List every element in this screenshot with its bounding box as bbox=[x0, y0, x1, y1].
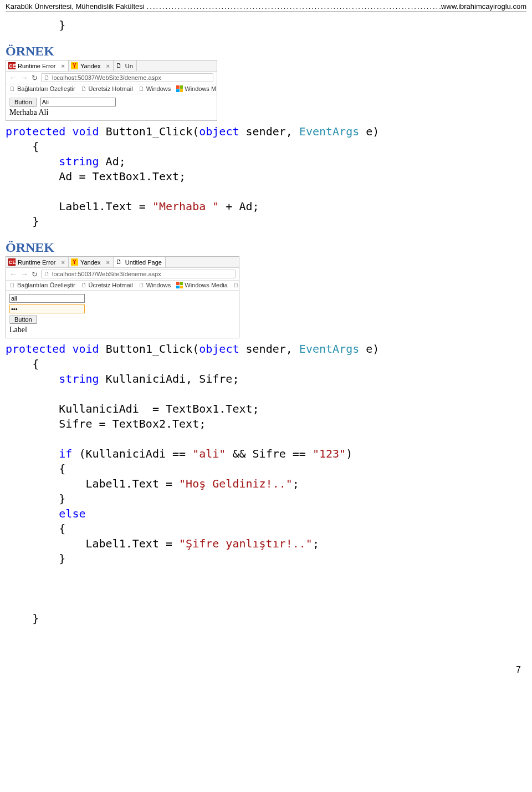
bookmark-item[interactable]: 🗋Bağlantıları Özelleştir bbox=[9, 85, 75, 92]
tab-label: Untitled Page bbox=[125, 259, 162, 266]
bookmark-item[interactable]: 🗋Ücretsiz Hotmail bbox=[81, 282, 133, 288]
yandex-icon: Y bbox=[71, 62, 78, 69]
url-text: localhost:50037/WebSite3/deneme.aspx bbox=[52, 271, 161, 277]
submit-button[interactable]: Button bbox=[9, 98, 37, 106]
tab-yandex[interactable]: Y Yandex × bbox=[69, 60, 114, 71]
page-content: Button Label bbox=[6, 291, 239, 338]
page-content: Button Merhaba Ali bbox=[6, 94, 217, 120]
username-input[interactable] bbox=[9, 294, 85, 303]
error-icon: CE bbox=[8, 258, 16, 266]
close-icon[interactable]: × bbox=[61, 259, 64, 266]
page-number: 7 bbox=[0, 632, 532, 681]
password-input[interactable] bbox=[9, 304, 85, 313]
bookmark-bar: 🗋Bağlantıları Özelleştir 🗋Ücretsiz Hotma… bbox=[6, 84, 217, 94]
page-icon: 🗋 bbox=[233, 282, 239, 288]
windows-icon bbox=[176, 282, 183, 288]
tab-label: Runtime Error bbox=[18, 259, 55, 266]
submit-button[interactable]: Button bbox=[9, 315, 37, 324]
error-icon: CE bbox=[8, 62, 16, 69]
forward-icon[interactable]: → bbox=[21, 270, 28, 278]
page-icon: 🗋 bbox=[44, 74, 50, 81]
bookmark-item[interactable]: 🗋Ücretsiz Hotmail bbox=[81, 85, 133, 92]
page-icon: 🗋 bbox=[139, 85, 145, 92]
output-label: Merhaba Ali bbox=[9, 108, 213, 117]
code-block-2: protected void Button1_Click(object send… bbox=[6, 342, 526, 626]
tab-label: Runtime Error bbox=[18, 63, 55, 69]
bookmark-item[interactable]: 🗋Windows bbox=[139, 282, 171, 288]
bookmark-item[interactable]: Windows Media bbox=[176, 282, 228, 288]
browser-screenshot-1: CE Runtime Error × Y Yandex × 🗋 Un ← → ↻… bbox=[6, 60, 217, 121]
tab-untitled-page[interactable]: 🗋 Untitled Page bbox=[114, 257, 166, 267]
address-bar-row: ← → ↻ 🗋 localhost:50037/WebSite3/deneme.… bbox=[6, 72, 217, 84]
page-header: Karabük Üniversitesi, Mühendislik Fakült… bbox=[0, 0, 532, 12]
windows-icon bbox=[176, 85, 183, 92]
tab-label: Yandex bbox=[80, 259, 101, 266]
page-icon: 🗋 bbox=[81, 85, 87, 92]
address-bar-row: ← → ↻ 🗋 localhost:50037/WebSite3/deneme.… bbox=[6, 268, 239, 281]
example-heading-1: ÖRNEK bbox=[6, 44, 526, 59]
bookmark-item[interactable]: Windows M bbox=[176, 85, 216, 92]
tab-yandex[interactable]: Y Yandex × bbox=[69, 257, 114, 267]
code-block-1: protected void Button1_Click(object send… bbox=[6, 124, 526, 229]
header-left: Karabük Üniversitesi, Mühendislik Fakült… bbox=[6, 2, 145, 11]
forward-icon[interactable]: → bbox=[21, 73, 28, 82]
bookmark-item[interactable]: 🗋 bbox=[233, 282, 239, 288]
close-icon[interactable]: × bbox=[106, 259, 109, 266]
tab-runtime-error[interactable]: CE Runtime Error × bbox=[6, 60, 69, 71]
example-heading-2: ÖRNEK bbox=[6, 240, 526, 255]
tab-strip: CE Runtime Error × Y Yandex × 🗋 Un bbox=[6, 60, 217, 72]
reload-icon[interactable]: ↻ bbox=[32, 74, 38, 82]
page-icon: 🗋 bbox=[9, 85, 16, 92]
back-icon[interactable]: ← bbox=[9, 270, 17, 278]
output-label: Label bbox=[9, 326, 236, 334]
browser-screenshot-2: CE Runtime Error × Y Yandex × 🗋 Untitled… bbox=[6, 256, 239, 338]
tab-label: Yandex bbox=[80, 63, 101, 69]
tab-runtime-error[interactable]: CE Runtime Error × bbox=[6, 257, 69, 267]
header-right: www.ibrahimcayiroglu.com bbox=[441, 2, 526, 11]
reload-icon[interactable]: ↻ bbox=[32, 270, 38, 278]
tab-strip: CE Runtime Error × Y Yandex × 🗋 Untitled… bbox=[6, 257, 239, 268]
page-icon: 🗋 bbox=[116, 62, 123, 69]
header-rule bbox=[6, 12, 526, 12]
url-text: localhost:50037/WebSite3/deneme.aspx bbox=[52, 74, 161, 81]
bookmark-item[interactable]: 🗋Bağlantıları Özelleştir bbox=[9, 282, 75, 288]
close-icon[interactable]: × bbox=[106, 63, 109, 69]
code-fragment-top: } bbox=[6, 18, 526, 33]
page-icon: 🗋 bbox=[116, 258, 123, 266]
page-icon: 🗋 bbox=[139, 282, 145, 288]
page-icon: 🗋 bbox=[9, 282, 16, 288]
name-input[interactable] bbox=[40, 98, 116, 106]
bookmark-item[interactable]: 🗋Windows bbox=[139, 85, 171, 92]
close-icon[interactable]: × bbox=[61, 63, 64, 69]
header-dots: ........................................… bbox=[145, 2, 441, 11]
tab-label: Un bbox=[125, 63, 133, 69]
bookmark-bar: 🗋Bağlantıları Özelleştir 🗋Ücretsiz Hotma… bbox=[6, 281, 239, 291]
tab-untitled[interactable]: 🗋 Un bbox=[114, 60, 137, 71]
back-icon[interactable]: ← bbox=[9, 73, 17, 82]
url-input[interactable]: 🗋 localhost:50037/WebSite3/deneme.aspx bbox=[41, 73, 213, 82]
page-icon: 🗋 bbox=[81, 282, 87, 288]
url-input[interactable]: 🗋 localhost:50037/WebSite3/deneme.aspx bbox=[41, 270, 236, 278]
page-icon: 🗋 bbox=[44, 271, 50, 277]
yandex-icon: Y bbox=[71, 258, 78, 266]
